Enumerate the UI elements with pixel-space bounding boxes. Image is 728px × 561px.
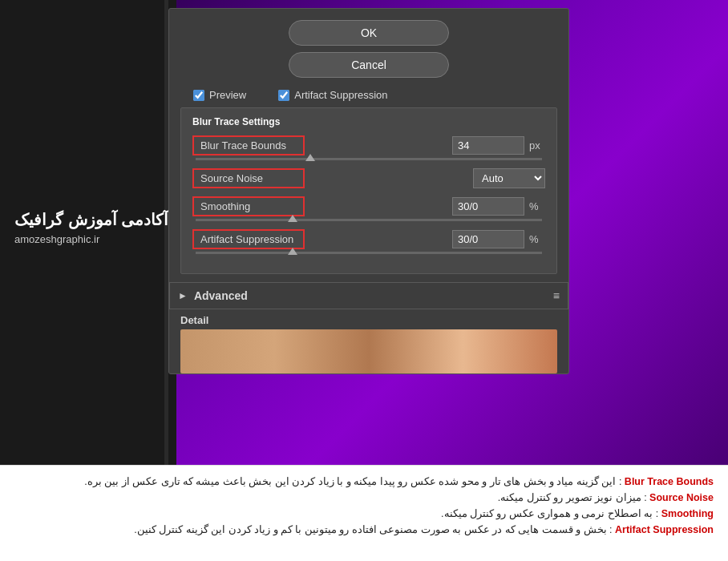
blur-trace-settings-panel: Blur Trace Settings Blur Trace Bounds px…	[180, 107, 557, 274]
advanced-menu-icon[interactable]: ≡	[553, 289, 560, 302]
logo-area: آکادمی آموزش گرافیک amozeshgraphic.ir	[14, 208, 168, 247]
logo-persian: آکادمی آموزش گرافیک	[14, 208, 168, 231]
detail-label: Detail	[169, 309, 568, 329]
artifact-suppression-input[interactable]	[452, 230, 524, 248]
info-text-2: : میزان نویز تصویر رو کنترل میکنه.	[498, 492, 647, 503]
blur-trace-bounds-slider-thumb[interactable]	[305, 154, 315, 161]
artifact-suppression-slider-thumb[interactable]	[288, 248, 297, 255]
source-noise-row: Source Noise Auto Low Medium High	[192, 168, 545, 188]
artifact-suppression-row: Artifact Suppression %	[192, 229, 545, 254]
cancel-button[interactable]: Cancel	[289, 52, 449, 78]
artifact-suppression-slider-track[interactable]	[196, 252, 542, 254]
artifact-suppression-setting-label[interactable]: Artifact Suppression	[192, 229, 305, 249]
info-term-2: Source Noise	[649, 492, 714, 503]
artifact-suppression-top: Artifact Suppression %	[192, 229, 545, 249]
blur-trace-dialog: OK Cancel Preview Artifact Suppression B…	[168, 8, 569, 374]
smoothing-input[interactable]	[452, 197, 524, 216]
info-term-3: Smoothing	[661, 508, 714, 519]
info-line-2: Source Noise : میزان نویز تصویر رو کنترل…	[14, 490, 714, 506]
smoothing-row: Smoothing %	[192, 196, 545, 221]
blur-trace-settings-title: Blur Trace Settings	[192, 116, 545, 127]
info-term-1: Blur Trace Bounds	[625, 476, 714, 487]
blur-trace-bounds-row: Blur Trace Bounds px	[192, 135, 545, 160]
blur-trace-bounds-value-wrap: px	[452, 136, 545, 155]
info-line-4: Artifact Suppression : بخش و قسمت هایی ک…	[14, 522, 714, 538]
info-text-3: : به اصطلاح نرمی و همواری عکس رو کنترل م…	[441, 508, 658, 519]
info-text-1: : این گزینه میاد و بخش های تار و محو شده…	[84, 476, 621, 487]
artifact-suppression-unit: %	[529, 233, 545, 245]
info-line-1: Blur Trace Bounds : این گزینه میاد و بخش…	[14, 474, 714, 490]
blur-trace-bounds-slider-track[interactable]	[196, 158, 542, 160]
info-line-3: Smoothing : به اصطلاح نرمی و همواری عکس …	[14, 506, 714, 522]
blur-trace-bounds-slider-row	[192, 158, 545, 160]
smoothing-top: Smoothing %	[192, 196, 545, 216]
smoothing-value-wrap: %	[452, 197, 545, 216]
blur-trace-bounds-input[interactable]	[452, 136, 524, 155]
info-text-4: : بخش و قسمت هایی که در عکس به صورت مصنو…	[134, 524, 612, 535]
artifact-suppression-checkbox-label[interactable]: Artifact Suppression	[278, 89, 387, 101]
smoothing-label[interactable]: Smoothing	[192, 196, 305, 216]
blur-trace-bounds-unit: px	[529, 139, 545, 151]
logo-latin: amozeshgraphic.ir	[14, 232, 168, 247]
preview-checkbox[interactable]	[193, 90, 204, 101]
smoothing-slider-row	[192, 219, 545, 221]
info-term-4: Artifact Suppression	[615, 524, 714, 535]
artifact-suppression-slider-row	[192, 252, 545, 254]
advanced-label: Advanced	[194, 289, 553, 302]
smoothing-unit: %	[529, 200, 545, 212]
artifact-suppression-checkbox[interactable]	[278, 90, 289, 101]
blur-trace-bounds-top: Blur Trace Bounds px	[192, 135, 545, 155]
source-noise-top: Source Noise Auto Low Medium High	[192, 168, 545, 188]
blur-trace-bounds-label[interactable]: Blur Trace Bounds	[192, 135, 305, 155]
preview-checkbox-label[interactable]: Preview	[193, 89, 246, 101]
source-noise-label[interactable]: Source Noise	[192, 168, 305, 188]
smoothing-slider-track[interactable]	[196, 219, 542, 221]
advanced-arrow-icon: ►	[178, 290, 188, 301]
advanced-section-row[interactable]: ► Advanced ≡	[169, 282, 568, 309]
info-bar: Blur Trace Bounds : این گزینه میاد و بخش…	[0, 465, 728, 561]
detail-thumbnail	[180, 329, 557, 373]
smoothing-slider-thumb[interactable]	[288, 215, 297, 222]
preview-label: Preview	[209, 89, 246, 101]
artifact-suppression-label: Artifact Suppression	[294, 89, 387, 101]
ok-button[interactable]: OK	[289, 20, 449, 46]
artifact-suppression-value-wrap: %	[452, 230, 545, 248]
source-noise-value-wrap: Auto Low Medium High	[473, 168, 545, 188]
source-noise-dropdown[interactable]: Auto Low Medium High	[473, 168, 545, 188]
checkboxes-row: Preview Artifact Suppression	[169, 86, 568, 107]
